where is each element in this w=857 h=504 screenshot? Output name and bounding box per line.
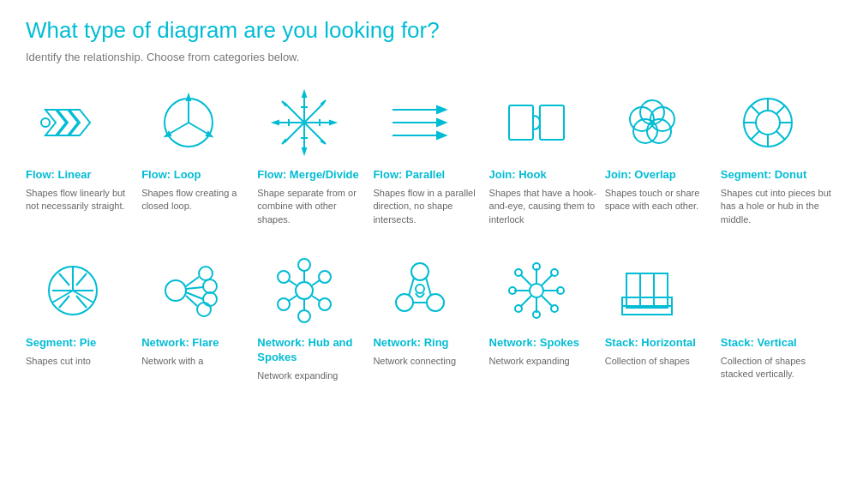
svg-point-62: [199, 267, 213, 280]
svg-marker-30: [437, 119, 446, 126]
svg-marker-21: [282, 101, 286, 105]
svg-point-70: [296, 282, 313, 299]
diagram-item-flow-linear[interactable]: Flow: Linear Shapes flow linearly but no…: [26, 84, 136, 226]
svg-rect-108: [640, 273, 654, 308]
segment-donut-icon: [721, 84, 815, 161]
network-ring-desc: Network connecting: [373, 355, 456, 368]
svg-point-84: [396, 294, 413, 311]
diagram-item-flow-parallel[interactable]: Flow: Parallel Shapes flow in a parallel…: [373, 84, 483, 226]
segment-pie-desc: Shapes cut into: [26, 355, 91, 368]
svg-point-104: [551, 305, 558, 312]
svg-line-7: [168, 123, 189, 135]
svg-point-3: [41, 118, 50, 127]
svg-marker-19: [321, 100, 326, 105]
diagram-item-stack-horizontal[interactable]: Stack: Horizontal Collection of shapes: [605, 252, 716, 382]
svg-line-66: [186, 277, 199, 286]
svg-line-47: [776, 131, 785, 140]
svg-marker-15: [303, 92, 306, 97]
svg-marker-22: [321, 141, 326, 144]
join-overlap-label: Join: Overlap: [605, 168, 676, 183]
flow-parallel-label: Flow: Parallel: [373, 168, 445, 183]
segment-donut-label: Segment: Donut: [721, 168, 806, 183]
diagram-item-flow-merge[interactable]: Flow: Merge/Divide Shape separate from o…: [257, 84, 368, 226]
svg-line-81: [289, 296, 297, 301]
svg-line-96: [542, 296, 553, 307]
svg-point-65: [197, 303, 211, 316]
svg-point-73: [319, 298, 331, 310]
join-overlap-icon: [605, 84, 699, 161]
svg-line-69: [186, 296, 197, 306]
network-spokes-label: Network: Spokes: [489, 336, 579, 351]
svg-rect-107: [626, 273, 640, 308]
diagram-item-join-hook[interactable]: Join: Hook Shapes that have a hook-and-e…: [489, 84, 600, 226]
flow-linear-icon: [26, 84, 120, 161]
stack-vertical-icon: [721, 252, 815, 329]
svg-line-95: [520, 274, 531, 285]
svg-point-85: [427, 294, 444, 311]
svg-line-82: [289, 280, 297, 285]
flow-linear-desc: Shapes flow linearly but not necessarily…: [26, 187, 136, 213]
svg-line-97: [542, 274, 553, 285]
svg-point-76: [278, 271, 290, 283]
svg-line-48: [776, 105, 785, 114]
join-hook-label: Join: Hook: [489, 168, 547, 183]
join-hook-icon: [489, 84, 584, 161]
diagram-item-network-flare[interactable]: Network: Flare Network with a: [141, 252, 252, 382]
svg-point-63: [203, 279, 217, 293]
network-ring-icon: [373, 252, 467, 329]
diagram-item-network-spokes[interactable]: Network: Spokes Network expanding: [489, 252, 600, 382]
svg-point-103: [515, 269, 522, 276]
diagram-item-segment-donut[interactable]: Segment: Donut Shapes cut into pieces bu…: [721, 84, 831, 226]
svg-line-46: [751, 105, 759, 114]
svg-line-49: [751, 131, 759, 140]
svg-marker-2: [69, 110, 90, 135]
diagram-item-join-overlap[interactable]: Join: Overlap Shapes touch or share spac…: [605, 84, 716, 226]
stack-horizontal-label: Stack: Horizontal: [605, 336, 696, 351]
network-hub-icon: [257, 252, 351, 329]
stack-vertical-label: Stack: Vertical: [721, 336, 797, 351]
svg-marker-18: [273, 121, 279, 124]
svg-line-98: [520, 296, 531, 307]
svg-marker-28: [437, 106, 446, 113]
svg-marker-16: [303, 148, 306, 153]
flow-loop-desc: Shapes flow creating a closed loop.: [141, 187, 252, 213]
flow-loop-label: Flow: Loop: [141, 168, 201, 183]
svg-rect-109: [654, 273, 668, 308]
diagram-item-stack-vertical[interactable]: Stack: Vertical Collection of shapes sta…: [721, 252, 831, 382]
svg-point-64: [203, 292, 217, 306]
svg-marker-32: [437, 132, 446, 139]
svg-marker-17: [330, 121, 335, 124]
stack-horizontal-desc: Collection of shapes: [605, 355, 690, 368]
segment-pie-label: Segment: Pie: [26, 336, 96, 351]
network-flare-label: Network: Flare: [141, 336, 219, 351]
stack-horizontal-icon: [605, 252, 699, 329]
svg-line-60: [59, 273, 69, 285]
page-title: What type of diagram are you looking for…: [26, 17, 831, 44]
diagram-item-segment-pie[interactable]: Segment: Pie Shapes cut into: [26, 252, 136, 382]
svg-line-86: [409, 278, 414, 296]
flow-loop-icon: [141, 84, 236, 161]
diagram-grid-row1: Flow: Linear Shapes flow linearly but no…: [26, 84, 831, 226]
join-overlap-desc: Shapes touch or share space with each ot…: [605, 187, 716, 213]
svg-marker-8: [187, 95, 190, 100]
svg-point-75: [278, 298, 290, 310]
svg-point-105: [551, 269, 558, 276]
stack-vertical-desc: Collection of shapes stacked vertically.: [721, 355, 831, 381]
network-hub-desc: Network expanding: [257, 369, 338, 382]
svg-line-6: [189, 123, 209, 135]
svg-line-55: [76, 273, 87, 285]
svg-line-67: [186, 287, 203, 289]
network-ring-label: Network: Ring: [373, 336, 448, 351]
svg-point-71: [298, 259, 310, 271]
svg-rect-33: [509, 105, 533, 140]
svg-marker-1: [57, 110, 78, 135]
flow-merge-label: Flow: Merge/Divide: [257, 168, 358, 183]
diagram-grid-row2: Segment: Pie Shapes cut into Network: Fl…: [26, 252, 831, 382]
segment-donut-desc: Shapes cut into pieces but has a hole or…: [721, 187, 831, 226]
svg-point-72: [319, 271, 331, 283]
diagram-item-network-hub[interactable]: Network: Hub and Spokes Network expandin…: [257, 252, 368, 382]
svg-rect-111: [622, 297, 672, 306]
diagram-item-network-ring[interactable]: Network: Ring Network connecting: [373, 252, 483, 382]
svg-point-61: [165, 280, 186, 301]
diagram-item-flow-loop[interactable]: Flow: Loop Shapes flow creating a closed…: [141, 84, 252, 226]
